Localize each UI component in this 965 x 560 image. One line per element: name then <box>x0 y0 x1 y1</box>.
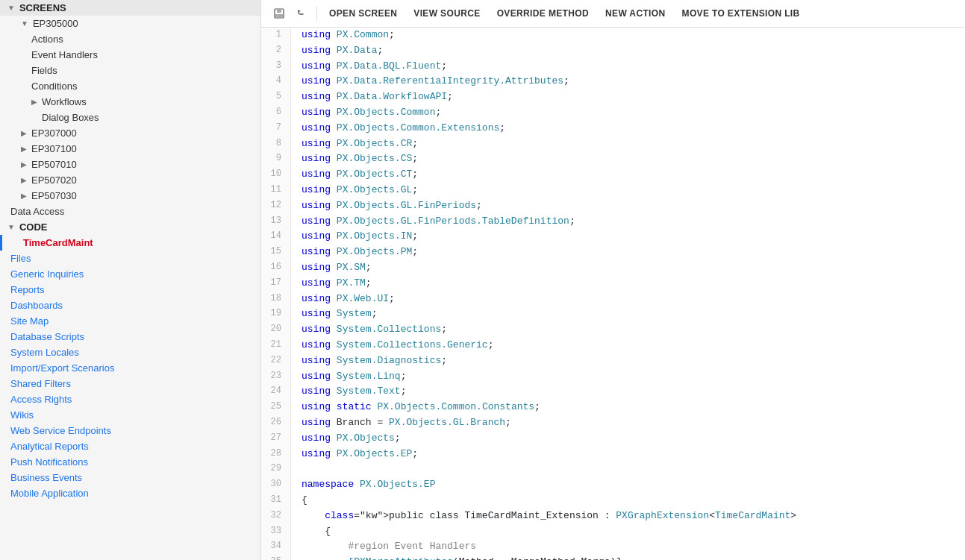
shared-filters-label: Shared Filters <box>10 378 71 389</box>
wikis-label: Wikis <box>10 409 34 421</box>
sidebar-item-ep307000[interactable]: ▶ EP307000 <box>0 125 260 141</box>
line-content-9[interactable]: using PX.Objects.CS; <box>291 151 418 167</box>
line-content-25[interactable]: using static PX.Objects.Common.Constants… <box>291 400 540 415</box>
database-scripts-label: Database Scripts <box>10 331 84 342</box>
code-line-30: 30namespace PX.Objects.EP <box>261 477 965 493</box>
sidebar-item-actions[interactable]: Actions <box>0 31 260 47</box>
code-line-11: 11using PX.Objects.GL; <box>261 183 965 198</box>
line-content-18[interactable]: using PX.Web.UI; <box>291 292 395 307</box>
sidebar-item-reports[interactable]: Reports <box>0 282 260 298</box>
sidebar-item-import-export[interactable]: Import/Export Scenarios <box>0 360 260 376</box>
sidebar-item-mobile-application[interactable]: Mobile Application <box>0 485 260 501</box>
line-number-4: 4 <box>261 74 291 89</box>
line-content-7[interactable]: using PX.Objects.Common.Extensions; <box>291 121 505 136</box>
sidebar-item-business-events[interactable]: Business Events <box>0 470 260 485</box>
line-content-35[interactable]: [PXMergeAttributes(Method = MergeMethod.… <box>291 555 622 560</box>
sidebar-item-event-handlers[interactable]: Event Handlers <box>0 47 260 63</box>
new-action-button[interactable]: NEW ACTION <box>598 5 672 22</box>
line-content-6[interactable]: using PX.Objects.Common; <box>291 105 441 121</box>
sidebar-item-wikis[interactable]: Wikis <box>0 407 260 423</box>
line-content-21[interactable]: using System.Collections.Generic; <box>291 338 493 353</box>
line-content-34[interactable]: #region Event Handlers <box>291 539 476 555</box>
line-content-33[interactable]: { <box>291 524 331 540</box>
reports-label: Reports <box>10 284 45 295</box>
view-source-button[interactable]: VIEW SOURCE <box>406 5 487 22</box>
line-content-27[interactable]: using PX.Objects; <box>291 431 401 447</box>
line-content-4[interactable]: using PX.Data.ReferentialIntegrity.Attri… <box>291 74 569 89</box>
line-content-20[interactable]: using System.Collections; <box>291 322 447 338</box>
sidebar-item-site-map[interactable]: Site Map <box>0 313 260 329</box>
line-content-11[interactable]: using PX.Objects.GL; <box>291 183 418 198</box>
sidebar-code-header: ▼ CODE <box>0 219 260 235</box>
line-number-26: 26 <box>261 415 291 431</box>
sidebar-item-ep305000[interactable]: ▼ EP305000 <box>0 16 260 31</box>
code-line-33: 33 { <box>261 524 965 540</box>
sidebar-item-shared-filters[interactable]: Shared Filters <box>0 376 260 391</box>
line-content-28[interactable]: using PX.Objects.EP; <box>291 447 418 462</box>
sidebar-item-ep307100[interactable]: ▶ EP307100 <box>0 141 260 157</box>
code-line-28: 28using PX.Objects.EP; <box>261 447 965 462</box>
line-content-12[interactable]: using PX.Objects.GL.FinPeriods; <box>291 198 482 214</box>
code-editor[interactable]: 1using PX.Common;2using PX.Data;3using P… <box>261 28 965 560</box>
sidebar-item-workflows[interactable]: ▶ Workflows <box>0 94 260 110</box>
sidebar-item-files[interactable]: Files <box>0 251 260 266</box>
line-content-8[interactable]: using PX.Objects.CR; <box>291 136 418 152</box>
push-notifications-label: Push Notifications <box>10 456 88 468</box>
sidebar-item-analytical-reports[interactable]: Analytical Reports <box>0 438 260 454</box>
line-content-24[interactable]: using System.Text; <box>291 384 406 400</box>
sidebar-item-database-scripts[interactable]: Database Scripts <box>0 329 260 345</box>
files-label: Files <box>10 253 31 264</box>
sidebar-item-ep507030[interactable]: ▶ EP507030 <box>0 188 260 204</box>
line-content-26[interactable]: using Branch = PX.Objects.GL.Branch; <box>291 415 511 431</box>
sidebar-item-data-access[interactable]: Data Access <box>0 204 260 219</box>
line-number-1: 1 <box>261 28 291 43</box>
svg-rect-1 <box>277 9 281 13</box>
sidebar-item-access-rights[interactable]: Access Rights <box>0 391 260 407</box>
line-content-2[interactable]: using PX.Data; <box>291 43 383 59</box>
fields-label: Fields <box>31 65 57 76</box>
sidebar-item-conditions[interactable]: Conditions <box>0 78 260 94</box>
line-content-3[interactable]: using PX.Data.BQL.Fluent; <box>291 59 447 75</box>
sidebar-item-ep507020[interactable]: ▶ EP507020 <box>0 172 260 188</box>
sidebar-item-system-locales[interactable]: System Locales <box>0 345 260 360</box>
line-number-8: 8 <box>261 136 291 152</box>
line-content-32[interactable]: class="kw">public class TimeCardMaint_Ex… <box>291 509 796 524</box>
sidebar-item-ep507010[interactable]: ▶ EP507010 <box>0 157 260 172</box>
line-content-14[interactable]: using PX.Objects.IN; <box>291 229 418 245</box>
ep507010-label: EP507010 <box>31 159 77 170</box>
line-content-17[interactable]: using PX.TM; <box>291 276 372 292</box>
timecardmaint-label: TimeCardMaint <box>23 237 93 248</box>
web-service-endpoints-label: Web Service Endpoints <box>10 425 111 436</box>
sidebar-item-fields[interactable]: Fields <box>0 63 260 78</box>
line-content-1[interactable]: using PX.Common; <box>291 28 395 43</box>
sidebar-item-generic-inquiries[interactable]: Generic Inquiries <box>0 266 260 282</box>
open-screen-button[interactable]: OPEN SCREEN <box>322 5 405 22</box>
line-content-22[interactable]: using System.Diagnostics; <box>291 353 447 369</box>
line-content-30[interactable]: namespace PX.Objects.EP <box>291 477 435 493</box>
line-content-15[interactable]: using PX.Objects.PM; <box>291 245 418 260</box>
line-content-13[interactable]: using PX.Objects.GL.FinPeriods.TableDefi… <box>291 214 575 230</box>
code-line-7: 7using PX.Objects.Common.Extensions; <box>261 121 965 136</box>
line-content-31[interactable]: { <box>291 493 307 509</box>
line-content-23[interactable]: using System.Linq; <box>291 369 406 385</box>
save-button[interactable] <box>269 3 290 24</box>
sidebar-item-web-service-endpoints[interactable]: Web Service Endpoints <box>0 423 260 438</box>
sidebar-item-dialog-boxes[interactable]: Dialog Boxes <box>0 110 260 125</box>
line-content-10[interactable]: using PX.Objects.CT; <box>291 167 418 183</box>
site-map-label: Site Map <box>10 315 49 327</box>
sidebar-item-push-notifications[interactable]: Push Notifications <box>0 454 260 470</box>
override-method-button[interactable]: OVERRIDE METHOD <box>490 5 596 22</box>
line-content-5[interactable]: using PX.Data.WorkflowAPI; <box>291 89 453 105</box>
line-content-16[interactable]: using PX.SM; <box>291 260 372 276</box>
sidebar-item-dashboards[interactable]: Dashboards <box>0 298 260 313</box>
sidebar-item-timecardmaint[interactable]: TimeCardMaint <box>0 235 260 251</box>
line-number-18: 18 <box>261 292 291 307</box>
undo-button[interactable] <box>291 3 312 24</box>
line-content-19[interactable]: using System; <box>291 306 377 322</box>
line-number-22: 22 <box>261 353 291 369</box>
move-to-ext-lib-button[interactable]: MOVE TO EXTENSION LIB <box>675 5 808 22</box>
data-access-label: Data Access <box>10 206 64 217</box>
workflows-label: Workflows <box>42 96 87 107</box>
line-number-19: 19 <box>261 306 291 322</box>
line-content-29[interactable] <box>291 462 307 477</box>
